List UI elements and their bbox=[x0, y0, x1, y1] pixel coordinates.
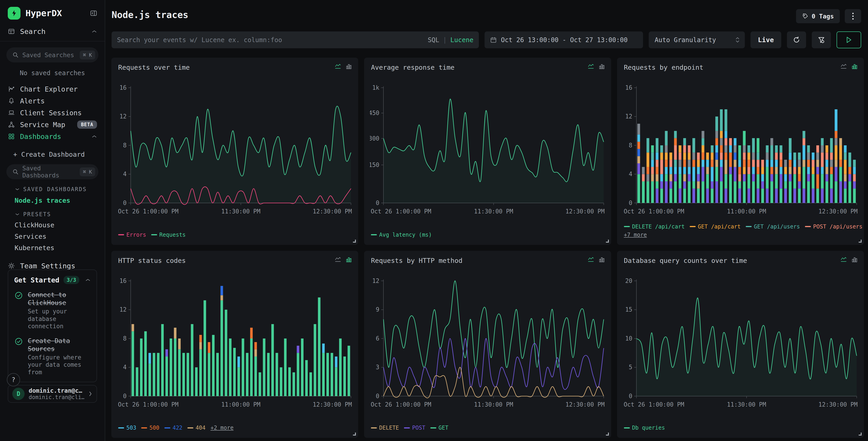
preset-kubernetes[interactable]: Kubernetes bbox=[0, 244, 105, 252]
legend-swatch bbox=[430, 427, 436, 429]
panel-resize-handle[interactable] bbox=[353, 433, 356, 436]
panel-resize-handle[interactable] bbox=[859, 240, 862, 243]
legend-label: GET bbox=[439, 424, 448, 432]
legend-item[interactable]: POST bbox=[404, 424, 425, 432]
legend-item[interactable]: DELETE bbox=[371, 424, 399, 432]
panel-title: Requests over time bbox=[118, 63, 190, 71]
legend-item[interactable]: 503 bbox=[118, 424, 136, 432]
chart-svg: 0481216Oct 26 1:00:00 PM11:00:00 PM12:30… bbox=[117, 278, 352, 414]
chevron-up-icon[interactable] bbox=[85, 278, 91, 282]
sidebar-item-client-sessions[interactable]: Client Sessions bbox=[0, 107, 105, 119]
bar-chart-mode-icon[interactable] bbox=[345, 63, 352, 70]
svg-text:0: 0 bbox=[376, 200, 379, 206]
line-chart-mode-icon[interactable] bbox=[840, 63, 847, 70]
line-chart-mode-icon[interactable] bbox=[840, 256, 847, 263]
chart-canvas[interactable]: 0481216Oct 26 1:00:00 PM11:30:00 PM12:30… bbox=[117, 85, 352, 221]
panel-average-response-time: Average response time 01503004501kOct 26… bbox=[364, 58, 611, 245]
refresh-button[interactable] bbox=[787, 31, 806, 48]
lucene-toggle[interactable]: Lucene bbox=[451, 36, 473, 44]
granularity-select[interactable]: Auto Granularity bbox=[649, 31, 745, 48]
svg-text:16: 16 bbox=[625, 85, 632, 91]
get-started-item-connect[interactable]: Connect to ClickHouse Set up your databa… bbox=[14, 291, 91, 330]
legend-item[interactable]: GET /api/users bbox=[746, 223, 800, 231]
chart-canvas[interactable]: 0481216Oct 26 1:00:00 PM11:00:00 PM12:30… bbox=[623, 85, 858, 221]
sidebar-item-search[interactable]: Search bbox=[0, 27, 105, 35]
svg-text:16: 16 bbox=[120, 278, 127, 284]
sidebar-item-dashboards[interactable]: Dashboards bbox=[0, 130, 105, 142]
help-button[interactable]: ? bbox=[7, 373, 20, 386]
bar-chart-mode-icon[interactable] bbox=[598, 63, 605, 70]
run-query-button[interactable] bbox=[837, 31, 861, 48]
svg-text:Oct 26 1:00:00 PM: Oct 26 1:00:00 PM bbox=[624, 401, 684, 408]
play-icon bbox=[845, 36, 852, 44]
sidebar-item-chart-explorer[interactable]: Chart Explorer bbox=[0, 83, 105, 95]
search-icon bbox=[12, 52, 19, 58]
preset-services[interactable]: Services bbox=[0, 233, 105, 240]
line-chart-mode-icon[interactable] bbox=[335, 256, 341, 263]
panel-resize-handle[interactable] bbox=[353, 240, 356, 243]
sql-toggle[interactable]: SQL bbox=[428, 36, 439, 44]
tags-button[interactable]: 0 Tags bbox=[796, 9, 840, 23]
saved-dashboards-input[interactable]: Saved Dashboards ⌘ K bbox=[6, 164, 98, 179]
line-chart-mode-icon[interactable] bbox=[587, 256, 594, 263]
filter-button[interactable] bbox=[812, 31, 831, 48]
svg-text:Oct 26 1:00:00 PM: Oct 26 1:00:00 PM bbox=[371, 401, 431, 408]
get-started-item-title: Connect to ClickHouse bbox=[28, 291, 91, 307]
legend-item[interactable]: GET bbox=[430, 424, 448, 432]
svg-text:6: 6 bbox=[376, 335, 379, 342]
event-search-input[interactable] bbox=[117, 36, 428, 44]
sidebar-item-service-map[interactable]: Service Map BETA bbox=[0, 119, 105, 130]
presets-group[interactable]: PRESETS bbox=[0, 211, 105, 217]
legend-item[interactable]: 404 bbox=[187, 424, 206, 432]
legend-item[interactable]: DELETE /api/cart bbox=[624, 223, 685, 231]
line-chart-mode-icon[interactable] bbox=[587, 63, 594, 70]
create-dashboard-button[interactable]: + Create Dashboard bbox=[0, 151, 105, 158]
line-chart-mode-icon[interactable] bbox=[335, 63, 341, 70]
date-range-value: Oct 26 13:00:00 - Oct 27 13:00:00 bbox=[501, 36, 627, 44]
legend-item[interactable]: Requests bbox=[151, 231, 186, 239]
question-mark-icon: ? bbox=[11, 376, 16, 384]
saved-searches-input[interactable]: Saved Searches ⌘ K bbox=[6, 48, 98, 62]
chevron-up-icon[interactable] bbox=[92, 30, 97, 33]
panel-resize-handle[interactable] bbox=[606, 433, 609, 436]
sidebar-collapse-icon[interactable] bbox=[90, 9, 97, 17]
legend-item[interactable]: Avg latency (ms) bbox=[371, 231, 432, 239]
chart-canvas[interactable]: 036912Oct 26 1:00:00 PM11:30:00 PM12:30:… bbox=[370, 278, 605, 414]
sidebar-item-alerts[interactable]: Alerts bbox=[0, 95, 105, 107]
chart-svg: 0481216Oct 26 1:00:00 PM11:30:00 PM12:30… bbox=[117, 85, 352, 221]
chart-canvas[interactable]: 05101520Oct 26 1:00:00 PM11:30:00 PM12:3… bbox=[623, 278, 858, 414]
dashboard-link-nodejs-traces[interactable]: Node.js traces bbox=[0, 197, 105, 204]
legend-item[interactable]: 500 bbox=[141, 424, 159, 432]
legend-item[interactable]: Errors bbox=[118, 231, 146, 239]
legend-item[interactable]: GET /api/cart bbox=[690, 223, 741, 231]
panel-resize-handle[interactable] bbox=[606, 240, 609, 243]
svg-text:8: 8 bbox=[123, 142, 127, 149]
bar-chart-mode-icon[interactable] bbox=[851, 256, 858, 263]
preset-clickhouse[interactable]: ClickHouse bbox=[0, 221, 105, 229]
sidebar-nav: Chart Explorer Alerts Client Sessions Se… bbox=[0, 83, 105, 142]
kebab-menu-button[interactable] bbox=[845, 9, 861, 23]
panel-title: Requests by endpoint bbox=[624, 63, 703, 71]
legend-item[interactable]: POST /api/users bbox=[805, 223, 863, 231]
main-content: Node.js traces 0 Tags SQL | Lucene bbox=[106, 0, 868, 441]
saved-dashboards-group[interactable]: SAVED DASHBOARDS bbox=[0, 186, 105, 193]
live-button[interactable]: Live bbox=[750, 31, 781, 48]
panel-resize-handle[interactable] bbox=[859, 433, 862, 436]
chart-canvas[interactable]: 01503004501kOct 26 1:00:00 PM11:30:00 PM… bbox=[370, 85, 605, 221]
bar-chart-mode-icon[interactable] bbox=[345, 256, 352, 263]
legend-more-link[interactable]: +2 more bbox=[210, 424, 234, 432]
legend-item[interactable]: 422 bbox=[164, 424, 182, 432]
legend-item[interactable]: Db queries bbox=[624, 424, 665, 432]
bar-chart-mode-icon[interactable] bbox=[598, 256, 605, 263]
sidebar-item-team-settings[interactable]: Team Settings bbox=[0, 262, 105, 270]
user-card[interactable]: D dominic.tran@c… dominic.tran@cli… bbox=[8, 385, 97, 403]
get-started-item-sources[interactable]: Create Data Sources Configure where your… bbox=[14, 337, 91, 376]
refresh-icon bbox=[793, 36, 800, 44]
legend-more-link[interactable]: +7 more bbox=[624, 232, 647, 238]
get-started-item-subtitle: Configure where your data comes from bbox=[28, 354, 91, 376]
search-section-icon bbox=[8, 28, 15, 35]
date-range-button[interactable]: Oct 26 13:00:00 - Oct 27 13:00:00 bbox=[485, 31, 643, 48]
chevron-up-icon[interactable] bbox=[92, 135, 97, 138]
bar-chart-mode-icon[interactable] bbox=[851, 63, 858, 70]
chart-canvas[interactable]: 0481216Oct 26 1:00:00 PM11:00:00 PM12:30… bbox=[117, 278, 352, 414]
